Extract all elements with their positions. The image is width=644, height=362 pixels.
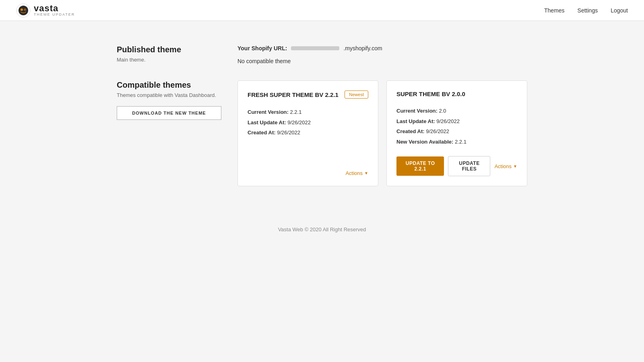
card-header-super: SUPER THEME BV 2.0.0 [396, 90, 517, 97]
last-update-super: Last Update At: 9/26/2022 [396, 117, 517, 125]
actions-dropdown-fresh[interactable]: Actions ▼ [345, 170, 368, 176]
main-nav: Themes Settings Logout [544, 7, 628, 14]
published-sidebar: Published theme Main theme. [117, 45, 221, 64]
published-title: Published theme [117, 45, 221, 54]
compatible-subtitle: Themes compatible with Vasta Dashboard. [117, 92, 221, 98]
card-title-super: SUPER THEME BV 2.0.0 [396, 90, 465, 97]
svg-point-2 [21, 8, 23, 11]
actions-dropdown-super[interactable]: Actions ▼ [494, 163, 517, 169]
card-title-fresh: FRESH SUPER THEME BV 2.2.1 [248, 91, 339, 98]
svg-point-1 [19, 6, 28, 15]
theme-cards-container: FRESH SUPER THEME BV 2.2.1 Newest Curren… [237, 80, 527, 186]
card-actions-super: UPDATE TO 2.2.1 UPDATE FILES Actions ▼ [396, 156, 517, 176]
published-theme-section: Published theme Main theme. Your Shopify… [117, 45, 527, 64]
newest-badge: Newest [345, 90, 368, 99]
svg-point-3 [24, 8, 26, 11]
update-to-221-button[interactable]: UPDATE TO 2.2.1 [396, 156, 444, 176]
nav-themes[interactable]: Themes [544, 7, 565, 14]
url-masked [291, 46, 339, 50]
download-theme-button[interactable]: DOWNLOAD THE NEW THEME [117, 106, 221, 120]
shopify-url-label: Your Shopify URL: [237, 45, 287, 51]
no-compatible-text: No compatible theme [237, 58, 527, 64]
created-super: Created At: 9/26/2022 [396, 128, 517, 136]
logo-name: vasta [34, 4, 75, 13]
theme-card-super: SUPER THEME BV 2.0.0 Current Version: 2.… [386, 80, 527, 186]
shopify-url-line: Your Shopify URL: .myshopify.com [237, 45, 527, 51]
last-update-fresh: Last Update At: 9/26/2022 [248, 119, 368, 127]
card-info-fresh: Current Version: 2.2.1 Last Update At: 9… [248, 108, 368, 162]
nav-logout[interactable]: Logout [611, 7, 628, 14]
card-info-super: Current Version: 2.0 Last Update At: 9/2… [396, 107, 517, 148]
shopify-url-suffix: .myshopify.com [343, 45, 382, 51]
logo-subtitle: THEME UPDATER [34, 13, 75, 16]
card-header-fresh: FRESH SUPER THEME BV 2.2.1 Newest [248, 90, 368, 99]
card-actions-fresh: Actions ▼ [248, 170, 368, 176]
created-fresh: Created At: 9/26/2022 [248, 129, 368, 137]
published-subtitle: Main theme. [117, 57, 221, 63]
footer-text: Vasta Web © 2020 All Right Reserved [278, 226, 366, 232]
current-version-fresh: Current Version: 2.2.1 [248, 108, 368, 116]
logo: vasta THEME UPDATER [16, 3, 75, 18]
update-files-button[interactable]: UPDATE FILES [448, 156, 490, 176]
theme-card-fresh: FRESH SUPER THEME BV 2.2.1 Newest Curren… [237, 80, 378, 186]
chevron-down-icon: ▼ [513, 164, 517, 169]
compatible-sidebar: Compatible themes Themes compatible with… [117, 80, 221, 186]
new-version-super: New Version Available: 2.2.1 [396, 138, 517, 146]
compatible-themes-section: Compatible themes Themes compatible with… [117, 80, 527, 186]
nav-settings[interactable]: Settings [578, 7, 598, 14]
chevron-down-icon: ▼ [364, 171, 368, 175]
compatible-title: Compatible themes [117, 80, 221, 90]
published-content: Your Shopify URL: .myshopify.com No comp… [237, 45, 527, 64]
current-version-super: Current Version: 2.0 [396, 107, 517, 115]
vasta-logo-icon [16, 3, 31, 18]
